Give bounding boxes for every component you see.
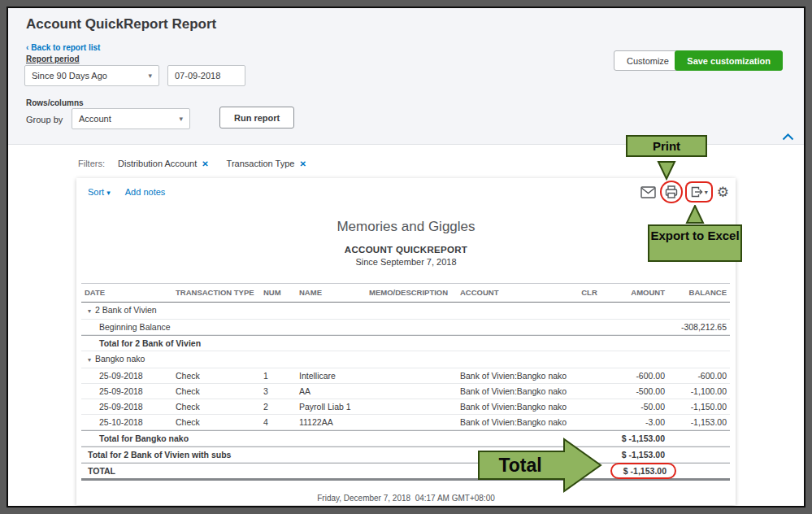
filter-chips: Distribution Account✕Transaction Type✕ bbox=[118, 159, 306, 168]
table-cell bbox=[603, 303, 668, 319]
table-cell bbox=[366, 368, 457, 383]
table-cell bbox=[366, 399, 457, 414]
table-cell bbox=[457, 303, 575, 319]
table-cell bbox=[260, 351, 296, 368]
settings-icon[interactable]: ⚙ bbox=[717, 185, 729, 199]
table-cell bbox=[172, 303, 260, 319]
table-cell: -308,212.65 bbox=[668, 320, 730, 334]
table-cell bbox=[366, 384, 457, 399]
column-header: NUM bbox=[260, 284, 296, 302]
table-cell: -600.00 bbox=[603, 368, 668, 383]
table-cell bbox=[260, 447, 296, 462]
total-amount-highlight: $ -1,153.00 bbox=[610, 463, 676, 479]
table-cell bbox=[575, 431, 603, 446]
column-header: MEMO/DESCRIPTION bbox=[366, 284, 457, 302]
customize-button[interactable]: Customize bbox=[614, 50, 682, 71]
table-cell: 2 bbox=[260, 399, 296, 414]
table-cell bbox=[457, 336, 575, 351]
table-cell: 11122AA bbox=[296, 415, 366, 429]
table-cell: -1,100.00 bbox=[668, 384, 730, 399]
app-window: Account QuickReport Report ‹ Back to rep… bbox=[7, 7, 805, 507]
column-header: BALANCE bbox=[668, 284, 730, 302]
save-customization-button[interactable]: Save customization bbox=[675, 50, 783, 71]
table-cell bbox=[296, 431, 366, 446]
table-cell: Bank of Vivien:Bangko nako bbox=[457, 399, 575, 414]
table-cell bbox=[366, 351, 457, 368]
sort-menu[interactable]: Sort ▾ bbox=[88, 187, 111, 197]
column-header: CLR bbox=[575, 284, 603, 302]
table-row: TOTAL$ -1,153.00 bbox=[81, 463, 730, 481]
table-cell: 25-09-2018 bbox=[81, 399, 172, 414]
table-cell bbox=[575, 399, 603, 414]
table-cell: $ -1,153.00 bbox=[603, 447, 668, 462]
table-cell bbox=[457, 447, 575, 462]
table-cell: 25-10-2018 bbox=[81, 415, 172, 429]
table-cell: 4 bbox=[260, 415, 296, 429]
table-cell: Bank of Vivien:Bangko nako bbox=[457, 415, 575, 429]
table-cell bbox=[668, 464, 730, 478]
table-cell bbox=[296, 303, 366, 319]
export-icon[interactable] bbox=[690, 185, 703, 198]
filters-row: Filters: Distribution Account✕Transactio… bbox=[78, 157, 804, 170]
collapse-caret-icon[interactable]: ▾ bbox=[88, 356, 91, 364]
collapse-panel-chevron-icon[interactable] bbox=[782, 129, 794, 144]
table-cell: Payroll Liab 1 bbox=[296, 399, 366, 414]
column-header: TRANSACTION TYPE bbox=[172, 284, 260, 302]
table-cell bbox=[172, 431, 260, 446]
table-cell: Check bbox=[172, 368, 260, 383]
table-cell[interactable]: ▾Bangko nako bbox=[81, 351, 172, 368]
chevron-down-icon[interactable]: ▾ bbox=[705, 189, 708, 196]
table-cell bbox=[366, 303, 457, 319]
back-link-label: Back to report list bbox=[31, 43, 100, 52]
run-report-button[interactable]: Run report bbox=[219, 107, 294, 128]
group-label: Bangko nako bbox=[95, 354, 145, 364]
table-cell: AA bbox=[296, 384, 366, 399]
table-row: ▾Bangko nako bbox=[81, 351, 730, 368]
table-row: 25-10-2018Check411122AABank of Vivien:Ba… bbox=[81, 415, 730, 430]
report-subtitle: Since September 7, 2018 bbox=[76, 257, 736, 267]
report-header: Account QuickReport Report ‹ Back to rep… bbox=[8, 8, 804, 145]
chevron-left-icon: ‹ bbox=[26, 43, 28, 52]
back-to-report-list-link[interactable]: ‹ Back to report list bbox=[26, 43, 100, 52]
table-cell: Check bbox=[172, 384, 260, 399]
table-cell bbox=[575, 336, 603, 351]
table-cell bbox=[575, 415, 603, 429]
print-icon[interactable] bbox=[662, 182, 681, 202]
table-cell: 1 bbox=[260, 368, 296, 383]
table-cell: $ -1,153.00 bbox=[603, 464, 668, 478]
table-cell bbox=[366, 447, 457, 462]
table-cell bbox=[296, 447, 366, 462]
table-cell: Beginning Balance bbox=[81, 320, 172, 334]
table-cell: Bank of Vivien:Bangko nako bbox=[457, 368, 575, 383]
report-footer-timestamp: Friday, December 7, 2018 04:17 AM GMT+08… bbox=[76, 494, 736, 503]
chevron-down-icon: ▾ bbox=[106, 189, 111, 197]
report-period-select[interactable]: Since 90 Days Ago ▾ bbox=[24, 65, 159, 86]
table-cell: Check bbox=[172, 415, 260, 429]
table-row: Beginning Balance-308,212.65 bbox=[81, 320, 730, 335]
filter-chip-label: Transaction Type bbox=[227, 159, 295, 168]
remove-filter-icon[interactable]: ✕ bbox=[202, 159, 208, 168]
table-cell bbox=[603, 320, 668, 334]
table-cell bbox=[172, 464, 260, 478]
add-notes-link[interactable]: Add notes bbox=[125, 187, 166, 197]
export-to-excel-control[interactable]: ▾ bbox=[687, 183, 711, 201]
table-cell bbox=[366, 336, 457, 351]
email-icon[interactable] bbox=[640, 186, 656, 198]
collapse-caret-icon[interactable]: ▾ bbox=[88, 307, 91, 315]
table-cell bbox=[668, 431, 730, 446]
table-cell bbox=[172, 320, 260, 334]
report-period-value: Since 90 Days Ago bbox=[32, 71, 107, 81]
report-date-input[interactable] bbox=[167, 65, 245, 86]
table-cell bbox=[457, 320, 575, 334]
table-row: 25-09-2018Check2Payroll Liab 1Bank of Vi… bbox=[81, 399, 730, 415]
group-by-select[interactable]: Account ▾ bbox=[72, 108, 190, 129]
table-cell[interactable]: ▾2 Bank of Vivien bbox=[81, 303, 172, 319]
table-cell bbox=[260, 320, 296, 334]
column-header: AMOUNT bbox=[603, 284, 668, 302]
column-header: ACCOUNT bbox=[457, 284, 575, 302]
remove-filter-icon[interactable]: ✕ bbox=[299, 159, 306, 168]
rows-columns-label: Rows/columns bbox=[26, 98, 84, 107]
table-cell bbox=[366, 415, 457, 429]
table-cell: $ -1,153.00 bbox=[603, 431, 668, 446]
group-label: 2 Bank of Vivien bbox=[95, 305, 157, 315]
